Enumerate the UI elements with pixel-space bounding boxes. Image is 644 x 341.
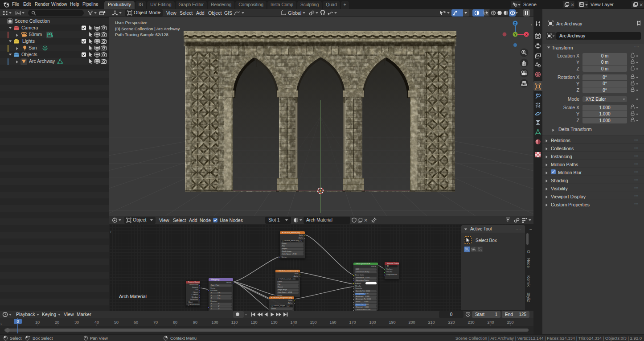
svg-text:20: 20 xyxy=(55,320,59,325)
svg-text:30: 30 xyxy=(74,320,79,325)
svg-text:130: 130 xyxy=(271,320,277,325)
svg-text:100: 100 xyxy=(211,320,218,325)
svg-text:120: 120 xyxy=(250,320,257,325)
svg-text:180: 180 xyxy=(369,320,376,325)
svg-text:140: 140 xyxy=(290,320,297,325)
svg-text:‹: ‹ xyxy=(531,23,532,27)
svg-text:250: 250 xyxy=(507,320,513,325)
svg-text:(0) Scene Collection | Arc Arc: (0) Scene Collection | Arc Archway xyxy=(115,26,180,31)
svg-text:60: 60 xyxy=(134,320,138,325)
svg-text:240: 240 xyxy=(487,320,494,325)
svg-text:80: 80 xyxy=(173,320,177,325)
svg-text:10: 10 xyxy=(35,320,40,325)
svg-text:Z: Z xyxy=(514,22,517,25)
svg-text:40: 40 xyxy=(94,320,99,325)
svg-text:70: 70 xyxy=(153,320,158,325)
svg-text:210: 210 xyxy=(428,320,435,325)
svg-text:230: 230 xyxy=(468,320,474,325)
svg-text:50: 50 xyxy=(114,320,119,325)
svg-text:110: 110 xyxy=(231,320,238,325)
svg-text:Path Tracing Sample 62/128: Path Tracing Sample 62/128 xyxy=(115,32,168,37)
svg-text:220: 220 xyxy=(448,320,455,325)
svg-text:User Perspective: User Perspective xyxy=(115,20,147,25)
svg-text:200: 200 xyxy=(408,320,415,325)
svg-text:150: 150 xyxy=(310,320,316,325)
svg-text:170: 170 xyxy=(349,320,356,325)
svg-text:Y: Y xyxy=(514,33,517,36)
svg-text:190: 190 xyxy=(389,320,395,325)
svg-text:X: X xyxy=(525,33,528,36)
svg-text:160: 160 xyxy=(329,320,336,325)
svg-text:90: 90 xyxy=(193,320,197,325)
